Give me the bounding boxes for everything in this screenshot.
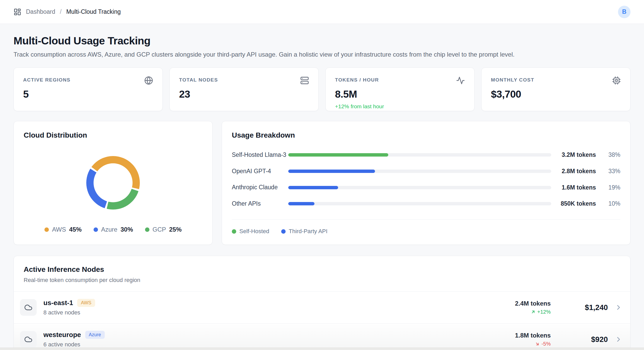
legend-label: Self-Hosted (239, 228, 269, 235)
page-title: Multi-Cloud Usage Tracking (14, 35, 630, 47)
node-cost: $920 (561, 335, 608, 344)
node-row-us-east-1[interactable]: us-east-1 AWS 8 active nodes 2.4M tokens… (14, 291, 630, 323)
stat-card-active-regions: ACTIVE REGIONS 5 (14, 68, 163, 111)
cloud-distribution-donut-chart (86, 156, 140, 210)
usage-bar-track (288, 153, 551, 157)
node-meta: us-east-1 AWS 8 active nodes (43, 299, 95, 316)
stat-label: ACTIVE REGIONS (23, 76, 70, 83)
stat-card-monthly-cost: MONTHLY COST $3,700 (481, 68, 630, 111)
usage-breakdown-legend: Self-Hosted Third-Party API (232, 220, 620, 235)
nodes-subtitle: Real-time token consumption per cloud re… (24, 277, 620, 284)
self-hosted-legend-dot (232, 229, 236, 234)
node-tokens-value: 1.8M tokens (515, 332, 551, 339)
usage-row-other-apis: Other APIs 850K tokens 10% (232, 199, 620, 208)
legend-item-azure: Azure 30% (94, 226, 133, 233)
legend-label: Azure (101, 226, 117, 233)
provider-badge-azure: Azure (85, 331, 105, 339)
usage-bar-fill (288, 153, 388, 157)
usage-bar-track (288, 202, 551, 205)
node-row-westeurope[interactable]: westeurope Azure 6 active nodes 1.8M tok… (14, 323, 630, 350)
legend-value: 30% (121, 226, 133, 233)
usage-breakdown-footer: Self-Hosted Third-Party API (232, 219, 620, 235)
usage-row-label: Other APIs (232, 199, 288, 208)
usage-row-label: OpenAI GPT-4 (232, 167, 288, 176)
cloud-icon (24, 303, 32, 312)
gcp-legend-dot (145, 227, 149, 232)
cloud-distribution-title: Cloud Distribution (24, 131, 202, 139)
usage-row-tokens: 1.6M tokens (551, 184, 596, 191)
legend-item-third-party-api: Third-Party API (281, 228, 327, 235)
stat-value: 5 (23, 89, 153, 100)
layout-dashboard-icon (14, 8, 21, 16)
usage-row-label: Anthropic Claude (232, 183, 288, 192)
usage-row-percent: 10% (596, 200, 620, 207)
server-icon (300, 76, 309, 85)
azure-legend-dot (94, 227, 98, 232)
node-tokens-block: 2.4M tokens +12% (515, 300, 551, 315)
legend-value: 45% (69, 226, 82, 233)
node-trend: -5% (515, 341, 551, 347)
usage-row-tokens: 850K tokens (551, 200, 596, 207)
nodes-title: Active Inference Nodes (24, 265, 620, 274)
stat-delta: +12% from last hour (335, 103, 465, 110)
stat-label: MONTHLY COST (491, 76, 534, 83)
stat-value: $3,700 (491, 89, 621, 100)
stat-cards-row: ACTIVE REGIONS 5 TOTAL NODES 23 TOKENS /… (14, 68, 630, 111)
usage-bar-track (288, 170, 551, 173)
stat-label: TOTAL NODES (179, 76, 218, 83)
legend-item-self-hosted: Self-Hosted (232, 228, 269, 235)
stat-card-total-nodes: TOTAL NODES 23 (169, 68, 319, 111)
stat-value: 23 (179, 89, 309, 100)
nodes-card-header: Active Inference Nodes Real-time token c… (14, 256, 630, 291)
user-avatar[interactable]: B (618, 6, 630, 18)
chevron-right-icon[interactable] (615, 335, 622, 343)
aws-legend-dot (44, 227, 49, 232)
usage-breakdown-card: Usage Breakdown Self-Hosted Llama-3 3.2M… (222, 121, 630, 245)
legend-item-aws: AWS 45% (44, 226, 82, 233)
usage-row-tokens: 3.2M tokens (551, 151, 596, 158)
usage-breakdown-rows: Self-Hosted Llama-3 3.2M tokens 38% Open… (232, 150, 620, 208)
node-meta: westeurope Azure 6 active nodes (43, 331, 105, 348)
stat-card-tokens-per-hour: TOKENS / HOUR 8.5M +12% from last hour (325, 68, 475, 111)
node-icon-box (20, 299, 37, 316)
cloud-distribution-legend: AWS 45% Azure 30% GCP 25% (24, 226, 202, 235)
donut-hole (94, 163, 133, 202)
node-icon-box (20, 331, 37, 348)
page-subtitle: Track consumption across AWS, Azure, and… (14, 51, 630, 58)
globe-icon (144, 76, 153, 85)
legend-label: Third-Party API (289, 228, 327, 235)
node-row-right: 1.8M tokens -5% $920 (515, 332, 622, 347)
breadcrumb-separator: / (60, 8, 62, 15)
usage-row-openai-gpt-4: OpenAI GPT-4 2.8M tokens 33% (232, 167, 620, 176)
usage-row-anthropic-claude: Anthropic Claude 1.6M tokens 19% (232, 183, 620, 192)
usage-bar-fill (288, 170, 375, 173)
node-tokens-value: 2.4M tokens (515, 300, 551, 307)
usage-breakdown-title: Usage Breakdown (232, 131, 620, 139)
usage-bar-track (288, 186, 551, 189)
arrow-up-right-icon (531, 309, 536, 314)
stat-label: TOKENS / HOUR (335, 76, 379, 83)
node-tokens-block: 1.8M tokens -5% (515, 332, 551, 347)
legend-label: GCP (153, 226, 166, 233)
legend-value: 25% (169, 226, 182, 233)
usage-row-percent: 38% (596, 151, 620, 158)
legend-label: AWS (52, 226, 66, 233)
charts-row: Cloud Distribution AWS 45% Azure 30% (14, 121, 630, 245)
window-bottom-edge (0, 348, 644, 350)
breadcrumb-dashboard-link[interactable]: Dashboard (26, 8, 55, 15)
usage-bar-fill (288, 186, 338, 189)
usage-row-percent: 33% (596, 168, 620, 175)
chevron-right-icon[interactable] (615, 304, 622, 311)
node-region-name: us-east-1 (43, 299, 73, 307)
provider-badge-aws: AWS (77, 299, 95, 307)
usage-row-tokens: 2.8M tokens (551, 168, 596, 175)
node-row-right: 2.4M tokens +12% $1,240 (515, 300, 622, 315)
node-trend-value: +12% (537, 309, 551, 315)
breadcrumb-current-page: Multi-Cloud Tracking (66, 8, 121, 15)
node-region-name: westeurope (43, 331, 81, 339)
node-trend: +12% (515, 309, 551, 315)
usage-row-percent: 19% (596, 184, 620, 191)
node-active-count: 8 active nodes (43, 309, 95, 316)
usage-row-self-hosted-llama-3: Self-Hosted Llama-3 3.2M tokens 38% (232, 150, 620, 160)
legend-item-gcp: GCP 25% (145, 226, 182, 233)
